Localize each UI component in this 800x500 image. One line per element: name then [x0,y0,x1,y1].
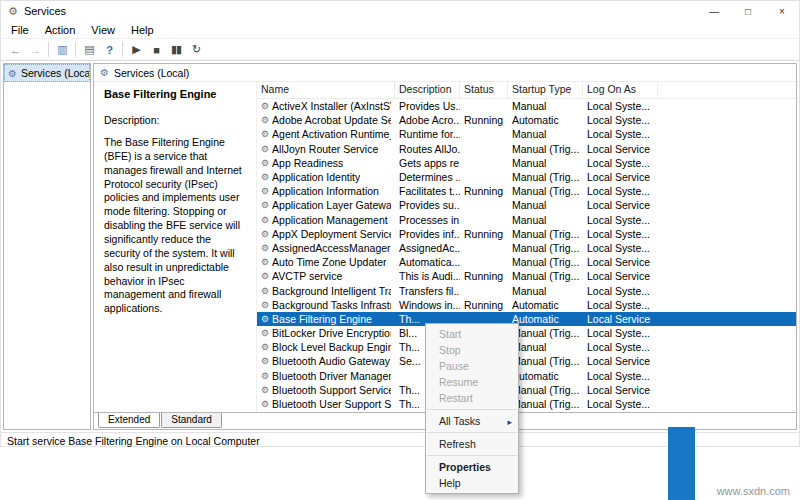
tree-item-services-local[interactable]: ⚙ Services (Local) [4,64,90,82]
service-row[interactable]: ⚙AppX Deployment Service (...Provides in… [257,227,796,241]
column-header-status[interactable]: Status [460,82,508,98]
service-name: ActiveX Installer (AxInstSV) [272,100,391,112]
service-gear-icon: ⚙ [261,300,269,310]
service-name-cell: ⚙Bluetooth User Support Ser... [257,397,395,411]
service-startup-type: Manual (Trig... [508,241,583,255]
service-startup-type: Manual [508,340,583,354]
back-icon[interactable]: ← [5,41,25,59]
service-status [460,213,508,227]
service-name-cell: ⚙Block Level Backup Engine ... [257,340,395,354]
menu-file[interactable]: File [3,22,37,38]
service-row[interactable]: ⚙Bluetooth Audio Gateway S...Se...Manual… [257,354,796,368]
restart-service-icon[interactable]: ↻ [186,41,206,59]
pane-header-label: Services (Local) [114,67,189,79]
service-status [460,255,508,269]
stop-service-icon[interactable]: ■ [146,41,166,59]
service-status [460,170,508,184]
service-status [460,127,508,141]
service-row[interactable]: ⚙Adobe Acrobat Update Serv...Adobe Acro.… [257,113,796,127]
context-menu-help[interactable]: Help [426,475,518,491]
column-header-startup-type[interactable]: Startup Type [508,82,583,98]
service-log-on-as: Local Syste... [583,326,658,340]
watermark: www.sxdn.com [717,485,790,497]
service-row[interactable]: ⚙Bluetooth Support ServiceTh...Manual (T… [257,383,796,397]
context-menu-properties[interactable]: Properties [426,459,518,475]
service-row[interactable]: ⚙AllJoyn Router ServiceRoutes AllJo...Ma… [257,142,796,156]
export-list-icon[interactable]: ▤ [79,41,99,59]
service-status [460,198,508,212]
service-row[interactable]: ⚙Bluetooth Driver Managem...AutomaticLoc… [257,369,796,383]
minimize-button[interactable]: — [697,1,731,21]
service-gear-icon: ⚙ [261,399,269,409]
tree-item-label: Services (Local) [21,67,90,79]
context-menu-restart: Restart [426,390,518,406]
column-header-description[interactable]: Description [395,82,460,98]
context-menu-pause: Pause [426,358,518,374]
service-row[interactable]: ⚙Application IdentityDetermines ...Manua… [257,170,796,184]
service-status [460,142,508,156]
maximize-button[interactable]: □ [731,1,765,21]
context-menu-resume: Resume [426,374,518,390]
service-startup-type: Manual (Trig... [508,383,583,397]
tab-standard[interactable]: Standard [161,413,222,428]
service-log-on-as: Local Service [583,312,658,326]
service-row[interactable]: ⚙AssignedAccessManager Se...AssignedAc..… [257,241,796,255]
service-name: Adobe Acrobat Update Serv... [272,114,391,126]
start-service-icon[interactable]: ▶ [126,41,146,59]
service-gear-icon: ⚙ [261,200,269,210]
service-description: Gets apps re... [395,156,460,170]
service-description: Provides Us... [395,99,460,113]
show-console-tree-icon[interactable]: ▥ [52,41,72,59]
service-row[interactable]: ⚙Background Tasks Infrastruc...Windows i… [257,298,796,312]
service-row[interactable]: ⚙AVCTP serviceThis is Audi...RunningManu… [257,269,796,283]
service-description: This is Audi... [395,269,460,283]
help-icon[interactable]: ? [99,41,119,59]
service-row[interactable]: ⚙Auto Time Zone UpdaterAutomatica...Manu… [257,255,796,269]
submenu-arrow-icon: ▸ [507,416,512,428]
service-row[interactable]: ⚙Application Layer Gateway ...Provides s… [257,198,796,212]
list-body: ⚙ActiveX Installer (AxInstSV)Provides Us… [257,99,796,412]
column-header-log-on-as[interactable]: Log On As [583,82,658,98]
context-menu-all-tasks[interactable]: All Tasks▸ [426,413,518,429]
service-name-cell: ⚙AllJoyn Router Service [257,142,395,156]
service-row[interactable]: ⚙Agent Activation Runtime_...Runtime for… [257,127,796,141]
service-row[interactable]: ⚙Bluetooth User Support Ser...Th...Manua… [257,397,796,411]
service-log-on-as: Local Syste... [583,340,658,354]
selected-service-title: Base Filtering Engine [104,88,246,100]
forward-icon[interactable]: → [25,41,45,59]
menu-help[interactable]: Help [123,22,162,38]
service-gear-icon: ⚙ [261,215,269,225]
service-name: Bluetooth Audio Gateway S... [272,355,391,367]
service-gear-icon: ⚙ [261,144,269,154]
close-button[interactable]: × [765,1,799,21]
service-row[interactable]: ⚙App ReadinessGets apps re...ManualLocal… [257,156,796,170]
service-row[interactable]: ⚙ActiveX Installer (AxInstSV)Provides Us… [257,99,796,113]
service-log-on-as: Local Syste... [583,156,658,170]
service-startup-type: Manual [508,198,583,212]
pause-service-icon[interactable]: ▮▮ [166,41,186,59]
service-name: Application Information [272,185,379,197]
service-row[interactable]: ⚙BitLocker Drive Encryption ...Bl...Manu… [257,326,796,340]
context-menu-start: Start [426,326,518,342]
services-gear-icon: ⚙ [8,68,17,79]
tab-extended[interactable]: Extended [98,413,160,428]
service-description: Windows in... [395,298,460,312]
service-row[interactable]: ⚙Background Intelligent Tran...Transfers… [257,283,796,297]
service-log-on-as: Local Service [583,255,658,269]
service-description: Routes AllJo... [395,142,460,156]
service-row[interactable]: ⚙Application InformationFacilitates t...… [257,184,796,198]
context-menu-refresh[interactable]: Refresh [426,436,518,452]
service-description: Provides inf... [395,227,460,241]
menu-action[interactable]: Action [37,22,84,38]
services-app-icon: ⚙ [8,5,18,18]
service-description: Provides su... [395,198,460,212]
service-log-on-as: Local Service [583,354,658,368]
service-row[interactable]: ⚙Base Filtering EngineTh...AutomaticLoca… [257,312,796,326]
service-log-on-as: Local Service [583,142,658,156]
menu-view[interactable]: View [83,22,123,38]
column-header-filler [658,82,796,98]
service-row[interactable]: ⚙Application ManagementProcesses in...Ma… [257,213,796,227]
service-row[interactable]: ⚙Block Level Backup Engine ...Th...Manua… [257,340,796,354]
service-name-cell: ⚙Background Tasks Infrastruc... [257,298,395,312]
column-header-name[interactable]: Name [257,82,395,98]
